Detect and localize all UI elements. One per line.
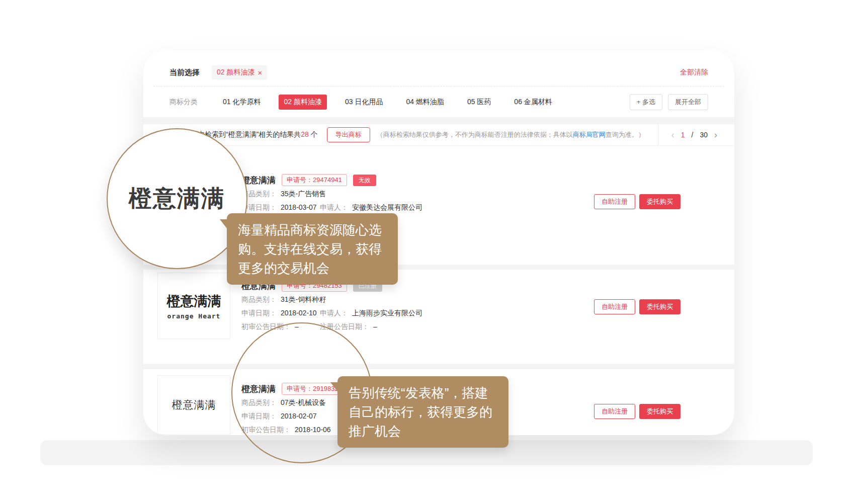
category-item-01[interactable]: 01 化学原料 (218, 95, 266, 110)
callout-arrow-icon (220, 219, 227, 228)
trademark-details: 橙意满满 申请号：29474941 无效 商品类别：35类-广告销售 申请日期：… (241, 174, 422, 213)
current-page: 1 (681, 131, 685, 139)
callout-marketplace: 海量精品商标资源随心选购。支持在线交易，获得更多的交易机会 (227, 213, 398, 285)
dashed-divider (153, 86, 724, 87)
row-actions: 自助注册 委托购买 (594, 299, 680, 314)
category-bar-label: 商标分类 (169, 98, 198, 107)
field-value: 2018-03-07 (281, 203, 317, 211)
callout-text: 海量精品商标资源随心选购。支持在线交易，获得更多的交易机会 (238, 222, 382, 276)
pagination: ‹ 1 / 30 › (658, 124, 734, 145)
remove-filter-icon[interactable]: × (258, 69, 262, 76)
callout-arrow-icon (330, 382, 337, 391)
self-register-button[interactable]: 自助注册 (594, 194, 635, 209)
field-value: 上海雨步实业有限公司 (352, 309, 422, 317)
results-header: 当前分类中检索到“橙意满满”相关的结果共28 个 导出商标 （商标检索结果仅供参… (143, 124, 734, 146)
trademark-logo-3: 橙意满满 (157, 375, 230, 435)
field-value: 31类-饲料种籽 (281, 295, 326, 303)
page-separator: / (692, 131, 694, 139)
trademark-name: 橙意满满 (241, 175, 276, 186)
trademark-office-link[interactable]: 商标局官网 (573, 131, 606, 138)
field-value: 2018-02-10 (281, 309, 317, 317)
row-actions: 自助注册 委托购买 (594, 404, 680, 419)
magnified-trademark-text: 橙意满满 (129, 183, 225, 214)
results-disclaimer: （商标检索结果仅供参考，不作为商标能否注册的法律依据；具体以商标局官网查询为准。… (377, 130, 645, 139)
callout-text: 告别传统“发表格”，搭建自己的标行，获得更多的推广机会 (349, 385, 492, 439)
field-value: 安徽美达会展有限公司 (352, 203, 422, 211)
filter-section: 当前选择 02 颜料油漆 × 全部清除 商标分类 01 化学原料 02 颜料油漆… (143, 50, 734, 117)
field-value: – (373, 322, 377, 330)
selected-filter-tag-label: 02 颜料油漆 (217, 68, 254, 77)
category-item-05[interactable]: 05 医药 (462, 95, 496, 110)
trademark-details: 橙意满满 申请号：29482153 已注册 商品类别：31类-饲料种籽 申请日期… (241, 280, 422, 332)
multi-select-button[interactable]: + 多选 (630, 94, 662, 110)
field-label: 申请人： (320, 203, 348, 211)
clear-all-button[interactable]: 全部清除 (680, 68, 708, 77)
field-value: 35类-广告销售 (281, 190, 326, 198)
trademark-logo-text: 橙意满满 (172, 398, 216, 412)
trademark-logo-text: 橙意满满 (167, 292, 221, 310)
selected-filter-tag[interactable]: 02 颜料油漆 × (212, 65, 267, 79)
category-item-03[interactable]: 03 日化用品 (340, 95, 388, 110)
entrust-purchase-button[interactable]: 委托购买 (639, 404, 680, 419)
category-item-04[interactable]: 04 燃料油脂 (401, 95, 449, 110)
self-register-button[interactable]: 自助注册 (594, 299, 635, 314)
total-pages: 30 (700, 131, 708, 139)
current-selection-bar: 当前选择 02 颜料油漆 × 全部清除 (169, 61, 708, 83)
export-trademarks-button[interactable]: 导出商标 (327, 127, 370, 142)
next-page-icon[interactable]: › (714, 130, 717, 140)
trademark-logo-subtext: orange Heart (167, 312, 221, 320)
entrust-purchase-button[interactable]: 委托购买 (639, 299, 680, 314)
application-number-tag: 申请号：29474941 (282, 174, 347, 186)
magnifier-circle-1: 橙意满满 (107, 128, 247, 269)
category-item-02-active[interactable]: 02 颜料油漆 (279, 95, 326, 110)
category-bar: 商标分类 01 化学原料 02 颜料油漆 03 日化用品 04 燃料油脂 05 … (169, 92, 708, 113)
current-selection-label: 当前选择 (169, 68, 200, 77)
results-count: 28 (301, 130, 309, 138)
row-actions: 自助注册 委托购买 (594, 194, 680, 209)
entrust-purchase-button[interactable]: 委托购买 (639, 194, 680, 209)
self-register-button[interactable]: 自助注册 (594, 404, 635, 419)
callout-promotion: 告别传统“发表格”，搭建自己的标行，获得更多的推广机会 (337, 376, 508, 448)
page: 当前选择 02 颜料油漆 × 全部清除 商标分类 01 化学原料 02 颜料油漆… (0, 0, 853, 504)
trademark-logo-2: 橙意满满 orange Heart (157, 273, 230, 339)
expand-all-button[interactable]: 展开全部 (668, 94, 708, 110)
row-divider (143, 364, 734, 369)
field-label: 商品类别： (241, 295, 277, 303)
field-label: 申请人： (320, 309, 348, 317)
field-label: 申请日期： (241, 309, 277, 317)
status-badge-invalid: 无效 (353, 175, 376, 186)
prev-page-icon[interactable]: ‹ (671, 130, 674, 140)
category-item-06[interactable]: 06 金属材料 (509, 95, 557, 110)
